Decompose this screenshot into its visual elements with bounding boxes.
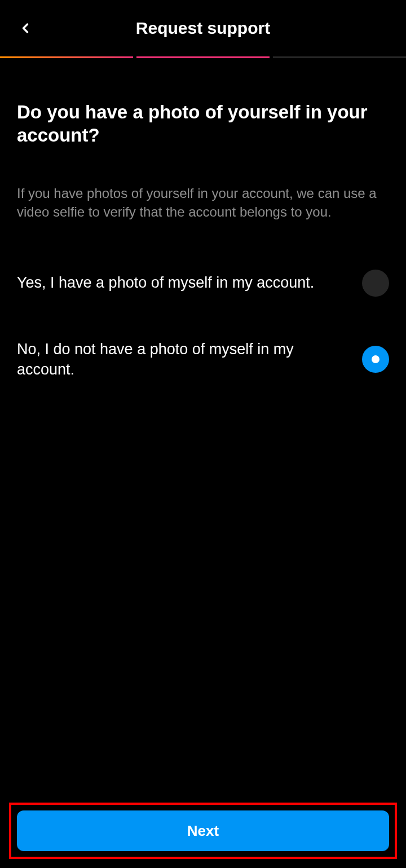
option-label: No, I do not have a photo of myself in m… bbox=[17, 339, 362, 380]
page-title: Request support bbox=[0, 19, 406, 38]
radio-button-yes[interactable] bbox=[362, 270, 389, 297]
option-no[interactable]: No, I do not have a photo of myself in m… bbox=[17, 328, 389, 391]
question-subtitle: If you have photos of yourself in your a… bbox=[17, 184, 389, 222]
progress-segment-2 bbox=[136, 56, 270, 58]
content: Do you have a photo of yourself in your … bbox=[0, 58, 406, 391]
header: Request support bbox=[0, 0, 406, 56]
next-button[interactable]: Next bbox=[17, 810, 389, 851]
chevron-left-icon bbox=[17, 20, 33, 36]
question-title: Do you have a photo of yourself in your … bbox=[17, 100, 389, 147]
progress-segment-3 bbox=[273, 56, 406, 58]
footer-highlight: Next bbox=[9, 803, 397, 859]
progress-bar bbox=[0, 56, 406, 58]
progress-segment-1 bbox=[0, 56, 133, 58]
option-label: Yes, I have a photo of myself in my acco… bbox=[17, 272, 362, 293]
option-yes[interactable]: Yes, I have a photo of myself in my acco… bbox=[17, 258, 389, 308]
radio-button-no[interactable] bbox=[362, 346, 389, 373]
back-button[interactable] bbox=[11, 14, 39, 42]
